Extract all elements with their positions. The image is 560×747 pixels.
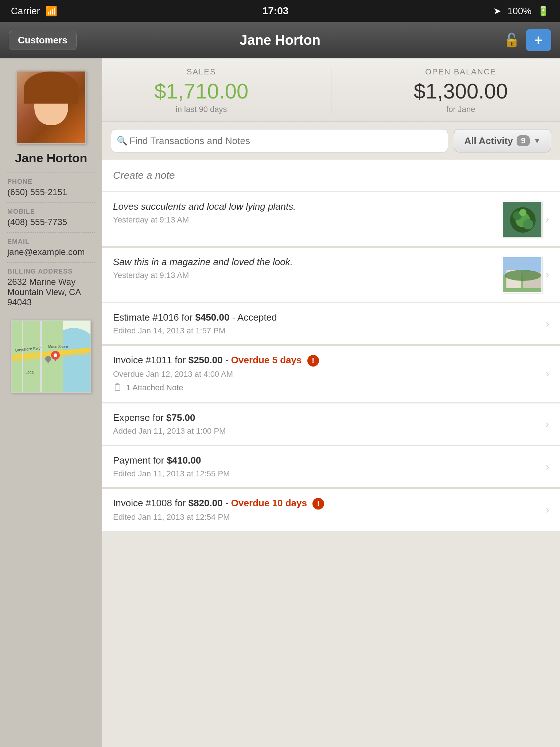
activity-subtitle: Edited Jan 11, 2013 at 12:54 PM [113,512,542,522]
activity-subtitle: Overdue Jan 12, 2013 at 4:00 AM [113,369,542,379]
back-button[interactable]: Customers [9,31,77,50]
activity-title: Payment for $410.00 [113,455,542,466]
activity-content: Invoice #1011 for $250.00 - Overdue 5 da… [113,355,542,393]
main-layout: Jane Horton PHONE (650) 555-2151 MOBILE … [0,58,560,747]
phone-label: PHONE [7,178,95,186]
search-icon: 🔍 [117,136,128,146]
mobile-value[interactable]: (408) 555-7735 [7,217,95,227]
overdue-icon: ! [307,355,319,367]
filter-badge: 9 [517,135,530,146]
activity-subtitle: Edited Jan 14, 2013 at 1:57 PM [113,326,542,336]
list-item[interactable]: Invoice #1008 for $820.00 - Overdue 10 d… [102,488,560,531]
list-item[interactable]: Loves succulents and local low lying pla… [102,192,560,247]
email-value[interactable]: jane@example.com [7,247,95,257]
chevron-right-icon: › [546,269,549,280]
activity-thumbnail [502,201,542,237]
balance-stat: OPEN BALANCE $1,300.00 for Jane [414,67,508,114]
svg-point-19 [523,219,533,229]
chevron-right-icon: › [546,213,549,225]
sales-label: SALES [154,67,248,77]
chevron-right-icon: › [546,461,549,473]
list-item[interactable]: Saw this in a magazine and loved the loo… [102,247,560,302]
status-right: ➤ 100% 🔋 [493,5,549,17]
svg-text:Moun Shore: Moun Shore [48,345,68,349]
activity-title: Invoice #1008 for $820.00 - Overdue 10 d… [113,498,542,510]
search-area: 🔍 All Activity 9 ▼ [102,122,560,160]
filter-label: All Activity [464,135,513,147]
sales-sub: in last 90 days [154,105,248,114]
chevron-down-icon: ▼ [533,137,541,145]
customer-name: Jane Horton [15,151,87,165]
email-section: EMAIL jane@example.com [7,232,95,262]
activity-content: Expense for $75.00 Added Jan 11, 2013 at… [113,412,542,436]
activity-content: Payment for $410.00 Edited Jan 11, 2013 … [113,455,542,479]
activity-title: Expense for $75.00 [113,412,542,423]
stats-header: SALES $1,710.00 in last 90 days OPEN BAL… [102,58,560,122]
create-note-row[interactable] [102,160,560,191]
search-wrap: 🔍 [111,129,448,152]
activity-subtitle: Edited Jan 11, 2013 at 12:55 PM [113,469,542,479]
list-item[interactable]: Estimate #1016 for $450.00 - Accepted Ed… [102,303,560,345]
lock-icon[interactable]: 🔓 [503,32,520,48]
activity-title: Estimate #1016 for $450.00 - Accepted [113,312,542,323]
chevron-right-icon: › [546,504,549,516]
mobile-section: MOBILE (408) 555-7735 [7,202,95,232]
wifi-icon: 📶 [46,5,57,17]
avatar-frame [16,71,86,144]
nav-title: Jane Horton [240,32,320,48]
chevron-right-icon: › [546,318,549,330]
stat-divider [331,67,331,114]
avatar [17,71,85,143]
map-view[interactable]: Bayshore Fwy Moun Shore Legal [11,320,91,393]
avatar-container [16,71,86,144]
activity-subtitle: Yesterday at 9:13 AM [113,215,495,225]
activity-content: Estimate #1016 for $450.00 - Accepted Ed… [113,312,542,336]
address-section: BILLING ADDRESS 2632 Marine WayMountain … [7,262,95,313]
mobile-label: MOBILE [7,208,95,216]
chevron-right-icon: › [546,418,549,430]
overdue-icon: ! [312,498,324,510]
phone-section: PHONE (650) 555-2151 [7,173,95,202]
activity-title: Invoice #1011 for $250.00 - Overdue 5 da… [113,355,542,367]
email-label: EMAIL [7,238,95,245]
status-time: 17:03 [262,5,289,17]
svg-point-26 [505,270,541,281]
carrier-label: Carrier [11,5,40,17]
svg-point-12 [54,353,57,357]
activity-list[interactable]: Loves succulents and local low lying pla… [102,160,560,747]
activity-subtitle: Yesterday at 9:13 AM [113,271,495,280]
activity-title: Saw this in a magazine and loved the loo… [113,256,495,268]
balance-value: $1,300.00 [414,79,508,103]
list-item[interactable]: Invoice #1011 for $250.00 - Overdue 5 da… [102,345,560,402]
list-item[interactable]: Expense for $75.00 Added Jan 11, 2013 at… [102,403,560,445]
location-icon: ➤ [493,5,501,17]
address-label: BILLING ADDRESS [7,268,95,275]
chevron-right-icon: › [546,368,549,380]
phone-value[interactable]: (650) 555-2151 [7,187,95,197]
svg-text:Legal: Legal [26,370,34,374]
right-panel: SALES $1,710.00 in last 90 days OPEN BAL… [102,58,560,747]
activity-title: Loves succulents and local low lying pla… [113,201,495,212]
nav-actions: 🔓 + [503,29,551,51]
nav-bar: Customers Jane Horton 🔓 + [0,22,560,58]
sidebar: Jane Horton PHONE (650) 555-2151 MOBILE … [0,58,102,747]
battery-label: 100% [507,5,532,17]
balance-label: OPEN BALANCE [414,67,508,77]
activity-content: Loves succulents and local low lying pla… [113,201,495,225]
balance-sub: for Jane [414,105,508,114]
address-value[interactable]: 2632 Marine WayMountain View, CA 94043 [7,277,95,307]
sales-stat: SALES $1,710.00 in last 90 days [154,67,248,114]
attached-note-row: 🗒 1 Attached Note [113,382,542,393]
battery-icon: 🔋 [537,5,549,17]
activity-content: Saw this in a magazine and loved the loo… [113,256,495,280]
activity-thumbnail [502,256,542,293]
note-icon: 🗒 [113,382,122,393]
filter-button[interactable]: All Activity 9 ▼ [454,129,551,152]
list-item[interactable]: Payment for $410.00 Edited Jan 11, 2013 … [102,446,560,488]
add-button[interactable]: + [526,29,551,51]
attached-note-label: 1 Attached Note [126,383,183,392]
create-note-input[interactable] [113,170,549,181]
activity-subtitle: Added Jan 11, 2013 at 1:00 PM [113,426,542,436]
search-input[interactable] [111,129,448,152]
status-bar: Carrier 📶 17:03 ➤ 100% 🔋 [0,0,560,22]
